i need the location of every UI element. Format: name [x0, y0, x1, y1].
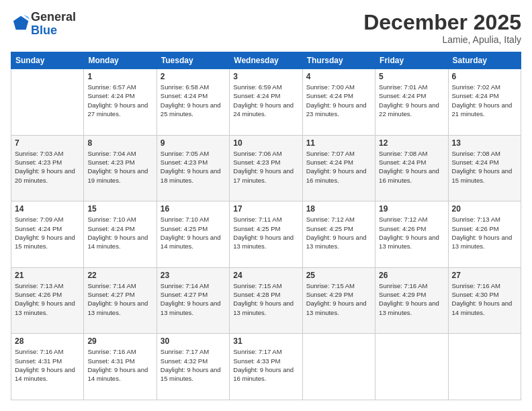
sunset-text: Sunset: 4:29 PM: [306, 291, 353, 298]
day-info: Sunrise: 7:05 AM Sunset: 4:23 PM Dayligh…: [161, 149, 226, 185]
table-row: 10 Sunrise: 7:06 AM Sunset: 4:23 PM Dayl…: [230, 135, 302, 201]
day-info: Sunrise: 7:02 AM Sunset: 4:24 PM Dayligh…: [452, 83, 517, 118]
day-number: 5: [379, 72, 444, 81]
sunset-text: Sunset: 4:27 PM: [161, 291, 208, 298]
day-info: Sunrise: 7:08 AM Sunset: 4:24 PM Dayligh…: [379, 149, 444, 185]
daylight-text: Daylight: 9 hours and 13 minutes.: [15, 300, 75, 316]
daylight-text: Daylight: 9 hours and 18 minutes.: [161, 167, 221, 183]
day-info: Sunrise: 7:12 AM Sunset: 4:26 PM Dayligh…: [379, 215, 444, 250]
day-number: 20: [452, 204, 517, 214]
day-info: Sunrise: 6:59 AM Sunset: 4:24 PM Dayligh…: [233, 83, 298, 118]
table-row: 6 Sunrise: 7:02 AM Sunset: 4:24 PM Dayli…: [448, 69, 521, 136]
calendar-week-row: 7 Sunrise: 7:03 AM Sunset: 4:23 PM Dayli…: [11, 135, 521, 201]
calendar-week-row: 1 Sunrise: 6:57 AM Sunset: 4:24 PM Dayli…: [11, 69, 521, 136]
sunrise-text: Sunrise: 7:15 AM: [306, 282, 355, 289]
sunset-text: Sunset: 4:24 PM: [452, 92, 499, 99]
day-info: Sunrise: 7:03 AM Sunset: 4:23 PM Dayligh…: [15, 149, 80, 185]
daylight-text: Daylight: 9 hours and 16 minutes.: [306, 167, 367, 183]
daylight-text: Daylight: 9 hours and 13 minutes.: [452, 234, 513, 250]
day-info: Sunrise: 7:17 AM Sunset: 4:33 PM Dayligh…: [233, 347, 298, 383]
calendar-week-row: 14 Sunrise: 7:09 AM Sunset: 4:24 PM Dayl…: [11, 201, 521, 268]
sunrise-text: Sunrise: 7:16 AM: [15, 348, 63, 355]
day-info: Sunrise: 7:16 AM Sunset: 4:30 PM Dayligh…: [452, 281, 517, 317]
table-row: 13 Sunrise: 7:08 AM Sunset: 4:24 PM Dayl…: [448, 135, 521, 201]
table-row: 30 Sunrise: 7:17 AM Sunset: 4:32 PM Dayl…: [157, 334, 229, 400]
calendar-table: Sunday Monday Tuesday Wednesday Thursday…: [11, 52, 521, 400]
daylight-text: Daylight: 9 hours and 13 minutes.: [87, 300, 148, 316]
day-number: 8: [87, 138, 152, 148]
sunrise-text: Sunrise: 7:08 AM: [379, 150, 427, 157]
day-info: Sunrise: 7:01 AM Sunset: 4:24 PM Dayligh…: [379, 83, 444, 118]
daylight-text: Daylight: 9 hours and 13 minutes.: [233, 300, 294, 316]
day-info: Sunrise: 7:15 AM Sunset: 4:29 PM Dayligh…: [306, 281, 371, 317]
sunrise-text: Sunrise: 7:04 AM: [87, 150, 136, 157]
table-row: 7 Sunrise: 7:03 AM Sunset: 4:23 PM Dayli…: [11, 135, 84, 201]
day-number: 15: [87, 204, 152, 214]
table-row: 29 Sunrise: 7:16 AM Sunset: 4:31 PM Dayl…: [84, 334, 157, 400]
daylight-text: Daylight: 9 hours and 13 minutes.: [161, 300, 221, 316]
day-number: 6: [452, 72, 517, 81]
daylight-text: Daylight: 9 hours and 23 minutes.: [306, 101, 367, 118]
day-number: 31: [233, 336, 298, 346]
day-info: Sunrise: 7:10 AM Sunset: 4:25 PM Dayligh…: [161, 215, 226, 250]
sunrise-text: Sunrise: 7:13 AM: [15, 282, 63, 289]
daylight-text: Daylight: 9 hours and 14 minutes.: [87, 234, 148, 250]
table-row: 15 Sunrise: 7:10 AM Sunset: 4:24 PM Dayl…: [84, 201, 157, 268]
table-row: 23 Sunrise: 7:14 AM Sunset: 4:27 PM Dayl…: [157, 267, 229, 334]
day-info: Sunrise: 7:09 AM Sunset: 4:24 PM Dayligh…: [15, 215, 80, 250]
table-row: 3 Sunrise: 6:59 AM Sunset: 4:24 PM Dayli…: [230, 69, 302, 136]
daylight-text: Daylight: 9 hours and 17 minutes.: [233, 167, 294, 183]
sunset-text: Sunset: 4:32 PM: [161, 357, 208, 365]
sunrise-text: Sunrise: 7:06 AM: [233, 150, 281, 157]
day-info: Sunrise: 7:15 AM Sunset: 4:28 PM Dayligh…: [233, 281, 298, 317]
sunset-text: Sunset: 4:23 PM: [233, 158, 280, 166]
table-row: 25 Sunrise: 7:15 AM Sunset: 4:29 PM Dayl…: [302, 267, 375, 334]
col-wednesday: Wednesday: [230, 52, 302, 69]
table-row: 21 Sunrise: 7:13 AM Sunset: 4:26 PM Dayl…: [11, 267, 84, 334]
sunset-text: Sunset: 4:23 PM: [161, 158, 208, 166]
sunset-text: Sunset: 4:26 PM: [452, 225, 499, 232]
day-number: 25: [306, 271, 371, 280]
calendar-week-row: 21 Sunrise: 7:13 AM Sunset: 4:26 PM Dayl…: [11, 267, 521, 334]
sunrise-text: Sunrise: 7:07 AM: [306, 150, 355, 157]
table-row: 5 Sunrise: 7:01 AM Sunset: 4:24 PM Dayli…: [375, 69, 448, 136]
day-number: 2: [161, 72, 226, 81]
table-row: 28 Sunrise: 7:16 AM Sunset: 4:31 PM Dayl…: [11, 334, 84, 400]
sunrise-text: Sunrise: 7:02 AM: [452, 83, 500, 91]
table-row: 19 Sunrise: 7:12 AM Sunset: 4:26 PM Dayl…: [375, 201, 448, 268]
day-number: 14: [15, 204, 80, 214]
sunrise-text: Sunrise: 7:01 AM: [379, 83, 427, 91]
day-info: Sunrise: 7:16 AM Sunset: 4:31 PM Dayligh…: [87, 347, 152, 383]
daylight-text: Daylight: 9 hours and 13 minutes.: [306, 234, 367, 250]
day-number: 22: [87, 271, 152, 280]
day-info: Sunrise: 7:04 AM Sunset: 4:23 PM Dayligh…: [87, 149, 152, 185]
day-number: 12: [379, 138, 444, 148]
sunrise-text: Sunrise: 7:10 AM: [161, 216, 209, 223]
sunset-text: Sunset: 4:26 PM: [379, 225, 426, 232]
day-number: 24: [233, 271, 298, 280]
table-row: 18 Sunrise: 7:12 AM Sunset: 4:25 PM Dayl…: [302, 201, 375, 268]
day-number: 28: [15, 336, 80, 346]
sunrise-text: Sunrise: 6:57 AM: [87, 83, 136, 91]
day-number: 11: [306, 138, 371, 148]
day-info: Sunrise: 7:06 AM Sunset: 4:23 PM Dayligh…: [233, 149, 298, 185]
day-info: Sunrise: 7:14 AM Sunset: 4:27 PM Dayligh…: [161, 281, 226, 317]
sunset-text: Sunset: 4:27 PM: [87, 291, 134, 298]
sunrise-text: Sunrise: 7:05 AM: [161, 150, 209, 157]
sunset-text: Sunset: 4:24 PM: [306, 158, 353, 166]
daylight-text: Daylight: 9 hours and 14 minutes.: [161, 234, 221, 250]
day-info: Sunrise: 7:11 AM Sunset: 4:25 PM Dayligh…: [233, 215, 298, 250]
day-info: Sunrise: 7:13 AM Sunset: 4:26 PM Dayligh…: [15, 281, 80, 317]
sunset-text: Sunset: 4:24 PM: [87, 225, 134, 232]
table-row: [302, 334, 375, 400]
day-number: 13: [452, 138, 517, 148]
daylight-text: Daylight: 9 hours and 16 minutes.: [379, 167, 439, 183]
logo-blue-text: Blue: [31, 24, 57, 37]
sunrise-text: Sunrise: 6:59 AM: [233, 83, 281, 91]
sunrise-text: Sunrise: 6:58 AM: [161, 83, 209, 91]
sunrise-text: Sunrise: 7:17 AM: [233, 348, 281, 355]
calendar-week-row: 28 Sunrise: 7:16 AM Sunset: 4:31 PM Dayl…: [11, 334, 521, 400]
day-number: 18: [306, 204, 371, 214]
sunrise-text: Sunrise: 7:16 AM: [87, 348, 136, 355]
calendar-header-row: Sunday Monday Tuesday Wednesday Thursday…: [11, 52, 521, 69]
